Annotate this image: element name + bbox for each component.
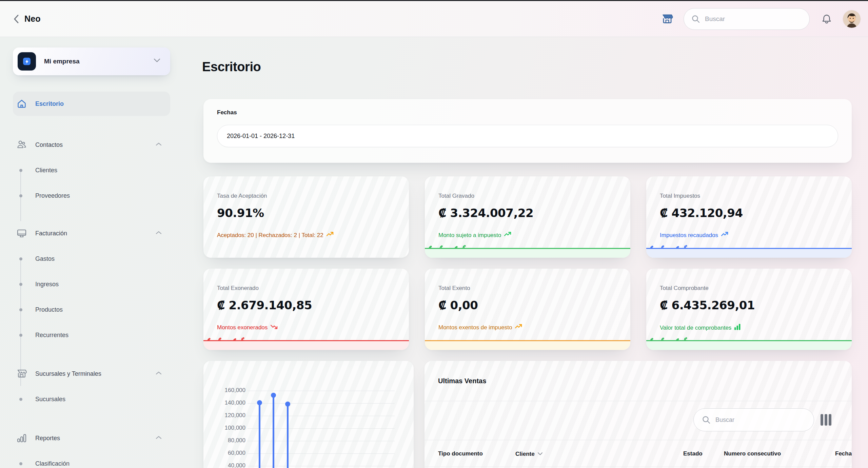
storefront-icon [661, 13, 673, 25]
sidebar-item-label: Ingresos [35, 281, 59, 288]
stat-subtitle: Impuestos recaudados [660, 231, 729, 239]
sidebar-item-clasificacion[interactable]: Clasificación [13, 451, 170, 468]
stat-card-total-exonerado: Total Exonerado ₡ 2.679.140,85 Montos ex… [203, 269, 409, 350]
chevron-up-icon [155, 435, 162, 441]
stat-subtitle: Aceptados: 20 | Rechazados: 2 | Total: 2… [217, 231, 334, 239]
divider [425, 401, 852, 401]
sidebar-item-label: Productos [35, 306, 63, 313]
stat-title: Tasa de Aceptación [217, 193, 267, 199]
date-range-value: 2026-01-01 - 2026-12-31 [227, 133, 295, 140]
bell-icon [821, 13, 832, 25]
user-avatar[interactable] [843, 10, 861, 28]
sidebar-item-facturacion[interactable]: Facturación [13, 221, 170, 246]
sales-chart-card: 160,000140,000120,000100,00080,00060,000… [203, 361, 414, 468]
stat-subtitle: Montos exentos de impuesto [438, 324, 523, 331]
stat-card-tasa-aceptacion: Tasa de Aceptación 90.91% Aceptados: 20 … [203, 176, 409, 258]
bullet-dot [19, 169, 22, 172]
store-button[interactable] [660, 12, 674, 26]
chart-point[interactable] [271, 393, 276, 398]
sparkline [646, 340, 852, 350]
y-axis-tick: 120,000 [216, 412, 245, 419]
stat-card-total-comprobante: Total Comprobante ₡ 6.435.269,01 Valor t… [646, 269, 852, 350]
y-axis-tick: 140,000 [216, 399, 245, 406]
sidebar-item-label: Contactos [35, 141, 63, 149]
home-icon [16, 98, 27, 109]
chart-point[interactable] [257, 400, 262, 405]
stat-title: Total Gravado [438, 193, 474, 199]
users-icon [16, 139, 27, 150]
stat-subtitle: Valor total de comprobantes [660, 324, 741, 332]
bar-chart-icon [16, 433, 27, 444]
stat-title: Total Exonerado [217, 285, 259, 292]
bullet-dot [19, 462, 22, 465]
stat-value: ₡ 6.435.269,01 [660, 298, 755, 312]
stat-value: ₡ 432.120,94 [660, 206, 743, 220]
chart-stem[interactable] [273, 395, 274, 468]
sidebar-item-label: Escritorio [35, 100, 64, 108]
lollipop-chart: 160,000140,000120,000100,00080,00060,000… [203, 361, 414, 468]
window-edge [0, 0, 868, 1]
date-range-input[interactable]: 2026-01-01 - 2026-12-31 [217, 125, 838, 147]
chevron-down-icon [153, 58, 161, 64]
gridline [248, 466, 395, 466]
topbar: Neo Buscar [0, 1, 868, 37]
bullet-dot [19, 257, 22, 260]
sidebar-item-contactos[interactable]: Contactos [13, 133, 170, 157]
panel-title: Ultimas Ventas [438, 377, 486, 385]
sales-search-input[interactable]: Buscar [693, 408, 814, 431]
sidebar-item-label: Facturación [35, 230, 67, 237]
gridline [248, 441, 395, 441]
sidebar-item-label: Recurrentes [35, 332, 68, 339]
global-search-input[interactable]: Buscar [684, 8, 810, 30]
stat-title: Total Impuestos [660, 193, 700, 199]
sidebar-item-escritorio[interactable]: Escritorio [13, 92, 170, 116]
gridline [248, 416, 395, 416]
dates-card: Fechas 2026-01-01 - 2026-12-31 [203, 99, 852, 163]
page-title: Escritorio [202, 60, 261, 74]
sidebar-item-sucursales-terminales[interactable]: Sucursales y Terminales [13, 362, 170, 386]
sidebar-item-proveedores[interactable]: Proveedores [13, 183, 170, 208]
notifications-button[interactable] [820, 12, 833, 26]
columns-toggle-button[interactable] [821, 414, 831, 426]
sidebar-item-ingresos[interactable]: Ingresos [13, 272, 170, 297]
sidebar-item-clientes[interactable]: Clientes [13, 158, 170, 183]
sidebar-item-label: Gastos [35, 255, 55, 262]
chevron-up-icon [155, 230, 162, 236]
sidebar-item-reportes[interactable]: Reportes [13, 426, 170, 450]
sidebar-item-recurrentes[interactable]: Recurrentes [13, 323, 170, 348]
sidebar-item-productos[interactable]: Productos [13, 297, 170, 322]
dates-label: Fechas [217, 109, 237, 116]
y-axis-tick: 100,000 [216, 425, 245, 431]
sparkline [425, 248, 630, 258]
search-icon [702, 415, 711, 424]
stat-subtitle: Montos exonerados [217, 324, 278, 331]
sidebar-item-sucursales[interactable]: Sucursales [13, 387, 170, 412]
sparkline [203, 340, 409, 350]
trending-down-icon [270, 324, 278, 331]
chevron-left-icon [13, 14, 20, 24]
y-axis-tick: 60,000 [216, 450, 245, 456]
stat-title: Total Comprobante [660, 285, 709, 292]
column-header-fecha[interactable]: Fecha [835, 450, 852, 457]
trending-up-icon [515, 324, 523, 331]
stat-title: Total Exento [438, 285, 470, 292]
column-header-tipo-documento[interactable]: Tipo documento [438, 450, 483, 457]
column-header-cliente[interactable]: Cliente [515, 450, 543, 457]
back-button[interactable] [10, 13, 22, 25]
column-header-numero-consecutivo[interactable]: Numero consecutivo [724, 450, 781, 457]
sparkline [425, 340, 630, 350]
company-selector[interactable]: Mi empresa [13, 47, 170, 75]
column-header-estado[interactable]: Estado [683, 450, 703, 457]
sidebar-item-gastos[interactable]: Gastos [13, 246, 170, 271]
bullet-dot [19, 194, 22, 197]
gridline [248, 403, 395, 404]
chart-stem[interactable] [287, 404, 289, 468]
gridline [248, 391, 395, 391]
bullet-dot [19, 398, 22, 401]
chevron-down-icon [537, 450, 543, 457]
chart-point[interactable] [285, 402, 290, 407]
trending-up-icon [326, 231, 334, 239]
bullet-dot [19, 283, 22, 286]
global-search-placeholder: Buscar [705, 15, 725, 23]
chart-stem[interactable] [259, 403, 260, 468]
